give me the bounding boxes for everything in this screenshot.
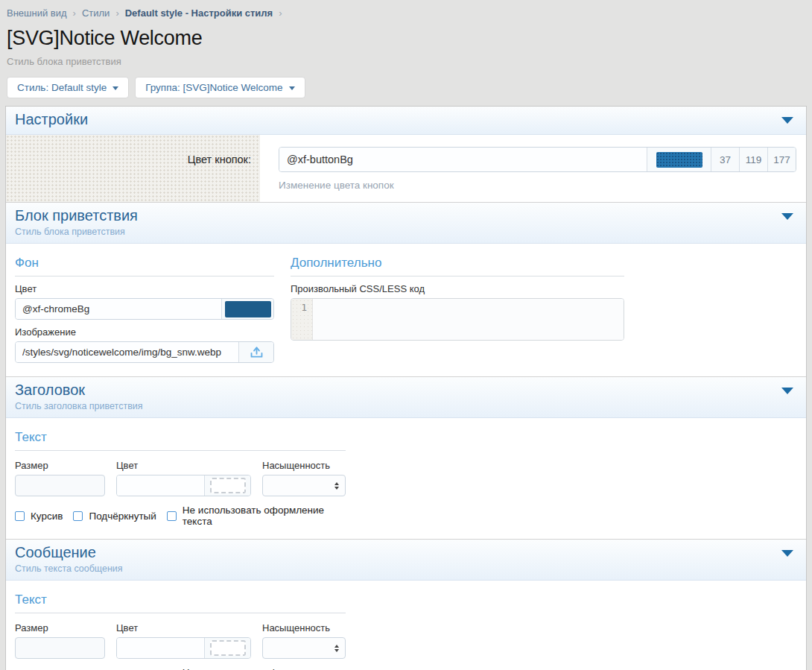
checkbox-icon[interactable] [73,511,83,521]
section-title-style-title: Заголовок [15,382,797,399]
chevron-down-icon[interactable] [781,117,793,124]
message-size-input[interactable] [15,637,105,659]
breadcrumb: Внешний вид › Стили › Default style - На… [5,6,807,19]
message-no-decoration-checkbox[interactable]: Не использовать оформление текста [167,667,346,670]
extra-heading: Дополнительно [291,244,624,276]
title-no-decoration-label: Не использовать оформление текста [183,505,346,527]
page-title: [SVG]Notice Welcome [7,27,805,50]
message-size-label: Размер [15,622,105,633]
section-title-style-header[interactable]: Заголовок Стиль заголовка приветствия [6,377,806,418]
extra-column: Дополнительно Произвольный CSS/LESS код … [291,244,624,363]
empty-color-swatch[interactable] [210,478,246,493]
message-weight-select[interactable] [262,637,346,659]
button-color-input-group: 37 119 177 [279,147,796,172]
title-size-input[interactable] [15,475,105,496]
section-message-style-title: Сообщение [15,544,797,561]
title-underline-label: Подчёркнутый [89,511,156,522]
group-selector-label: Группа: [SVG]Notice Welcome [145,82,282,93]
message-weight-label: Насыщенность [262,622,346,633]
title-weight-label: Насыщенность [262,460,346,471]
color-swatch[interactable] [225,301,271,317]
section-message-style-subtitle: Стиль текста сообщения [15,563,797,574]
title-color-swatch-cell[interactable] [204,475,250,496]
breadcrumb-separator: › [73,7,76,19]
upload-button[interactable] [238,342,273,362]
rgb-blue-value: 177 [767,148,796,171]
breadcrumb-separator: › [279,7,282,19]
chevron-down-icon[interactable] [781,388,793,394]
title-no-decoration-checkbox[interactable]: Не использовать оформление текста [167,505,346,527]
title-checkbox-row: Курсив Подчёркнутый Не использовать офор… [15,505,346,527]
button-color-swatch-cell[interactable] [647,148,711,171]
title-weight-select[interactable] [262,475,346,496]
message-text-group: Текст Размер Цвет [6,581,806,670]
title-size-label: Размер [15,460,105,471]
section-settings-header[interactable]: Настройки [6,107,806,135]
checkbox-icon[interactable] [15,511,25,521]
editor-code-area[interactable] [313,299,624,340]
style-properties-page: Внешний вид › Стили › Default style - На… [0,0,812,670]
style-selector-label: Стиль: Default style [17,82,107,93]
title-color-input[interactable] [117,475,204,496]
title-underline-checkbox[interactable]: Подчёркнутый [73,511,156,522]
message-no-decoration-label: Не использовать оформление текста [183,667,346,670]
section-settings-title: Настройки [15,111,797,128]
title-text-heading: Текст [15,418,346,451]
color-swatch[interactable] [656,152,702,168]
bg-color-swatch-cell[interactable] [221,299,273,319]
background-heading: Фон [15,244,274,276]
message-checkbox-row: Курсив Подчёркнутый Не использовать офор… [15,667,346,670]
section-welcome-title: Блок приветствия [15,207,797,224]
style-selector-button[interactable]: Стиль: Default style [7,77,129,98]
title-italic-checkbox[interactable]: Курсив [15,511,63,522]
section-settings: Настройки Цвет кнопок: 37 119 177 Изме [6,107,806,202]
message-color-input-group [116,637,251,659]
rgb-green-value: 119 [739,148,767,171]
message-color-input[interactable] [117,638,204,658]
button-color-input[interactable] [279,148,647,171]
button-color-row: Цвет кнопок: 37 119 177 Изменение цвета … [6,135,806,202]
welcome-block-content: Фон Цвет Изображение [6,244,806,376]
section-welcome-header[interactable]: Блок приветствия Стиль блока приветствия [6,203,806,244]
caret-down-icon [289,86,295,90]
page-subtitle: Стиль блока приветствия [7,56,805,67]
breadcrumb-current-page[interactable]: Default style - Настройки стиля [125,7,273,19]
button-color-label: Цвет кнопок: [6,135,260,202]
css-code-label: Произвольный CSS/LESS код [291,283,624,294]
chevron-down-icon[interactable] [781,550,793,557]
checkbox-icon[interactable] [167,511,177,521]
style-properties-panel: Настройки Цвет кнопок: 37 119 177 Изме [5,106,807,670]
spinner-arrows-icon [334,482,339,490]
rgb-red-value: 37 [711,148,739,171]
message-text-heading: Текст [15,581,346,613]
message-color-label: Цвет [116,622,251,633]
breadcrumb-appearance-link[interactable]: Внешний вид [7,7,67,19]
title-italic-label: Курсив [31,511,63,522]
bg-color-input-group [15,298,274,320]
section-title-style-subtitle: Стиль заголовка приветствия [15,401,797,411]
spinner-arrows-icon [334,645,339,652]
button-color-controls: 37 119 177 Изменение цвета кнопок [260,135,806,202]
button-color-hint: Изменение цвета кнопок [279,180,796,191]
bg-color-input[interactable] [16,299,221,319]
background-column: Фон Цвет Изображение [15,244,274,363]
editor-line-number: 1 [291,299,313,340]
breadcrumb-styles-link[interactable]: Стили [82,7,110,19]
title-text-group: Текст Размер Цвет [6,418,806,539]
chevron-down-icon[interactable] [781,213,793,220]
section-message-style: Сообщение Стиль текста сообщения Текст Р… [6,539,806,670]
upload-icon [250,346,264,358]
bg-image-input[interactable] [16,342,238,362]
message-color-swatch-cell[interactable] [204,638,250,658]
title-color-label: Цвет [116,460,251,471]
empty-color-swatch[interactable] [210,640,246,656]
section-title-style: Заголовок Стиль заголовка приветствия Те… [6,376,806,539]
section-welcome-subtitle: Стиль блока приветствия [15,227,797,237]
css-code-editor[interactable]: 1 [291,298,624,341]
selector-toolbar: Стиль: Default style Группа: [SVG]Notice… [7,77,805,98]
section-welcome-block: Блок приветствия Стиль блока приветствия… [6,202,806,376]
section-message-style-header[interactable]: Сообщение Стиль текста сообщения [6,540,806,581]
title-color-input-group [116,475,251,496]
group-selector-button[interactable]: Группа: [SVG]Notice Welcome [135,77,305,98]
caret-down-icon [112,86,118,90]
